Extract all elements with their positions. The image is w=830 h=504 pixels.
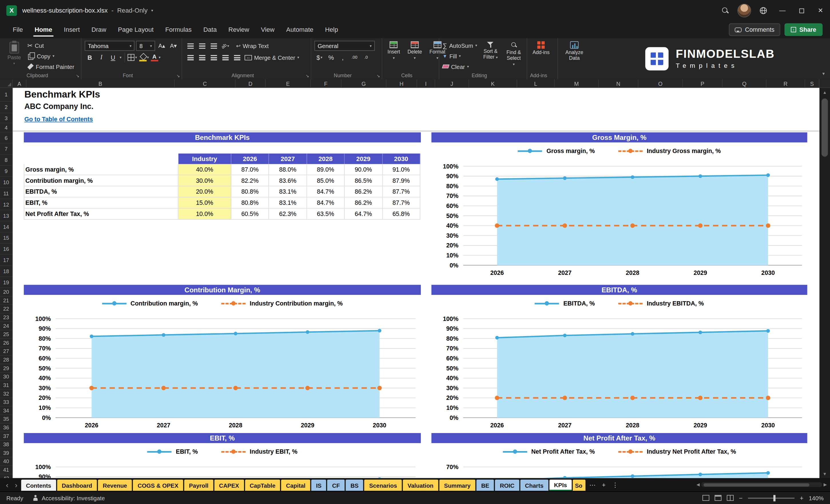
row-header-19[interactable]: 19 [0, 277, 12, 288]
merge-center-button[interactable]: ↔Merge & Center▾ [245, 53, 299, 62]
kpi-row-label[interactable]: Gross margin, % [24, 164, 178, 175]
increase-decimal-button[interactable]: .00 [350, 52, 359, 62]
tab-scroll-left[interactable]: ‹ [3, 480, 11, 489]
increase-indent-button[interactable] [232, 52, 242, 62]
kpi-value-cell[interactable]: 86.2% [345, 197, 382, 209]
currency-format-button[interactable]: $▾ [314, 52, 324, 62]
page-layout-view-button[interactable] [714, 495, 721, 501]
column-header-H[interactable]: H [386, 80, 417, 88]
kpi-row-label[interactable]: Net Profit After Tax, % [24, 209, 178, 220]
accessibility-status[interactable]: Accessibility: Investigate [33, 495, 105, 501]
column-header-S[interactable]: S [805, 80, 820, 88]
borders-button[interactable]: ▾ [127, 52, 137, 62]
new-sheet-button[interactable]: + [599, 481, 608, 488]
menu-view[interactable]: View [256, 23, 280, 37]
align-left-button[interactable] [185, 52, 195, 62]
find-select-button[interactable]: Find & Select ▾ [504, 41, 523, 71]
kpi-industry-cell[interactable]: 40.0% [179, 164, 231, 175]
row-header-24[interactable]: 24 [0, 322, 12, 330]
number-format-select[interactable]: General▾ [314, 41, 375, 51]
column-header-J[interactable]: J [435, 80, 469, 88]
row-header-29[interactable]: 29 [0, 364, 12, 373]
percent-format-button[interactable]: % [326, 52, 336, 62]
kpi-value-cell[interactable]: 62.3% [269, 209, 307, 220]
row-header-39[interactable]: 39 [0, 449, 12, 458]
share-button[interactable]: ↑ Share [785, 23, 823, 36]
addins-button[interactable]: Add-ins [531, 41, 552, 71]
kpi-col-header[interactable]: 2030 [382, 154, 420, 164]
column-header-Q[interactable]: Q [723, 80, 767, 88]
column-header-L[interactable]: L [517, 80, 554, 88]
copy-button[interactable]: Copy▾ [27, 52, 74, 60]
zoom-thumb[interactable] [773, 495, 775, 501]
menu-draw[interactable]: Draw [86, 23, 111, 37]
row-header-21[interactable]: 21 [0, 296, 12, 305]
tab-scroll-right[interactable]: › [12, 480, 20, 489]
row-header-34[interactable]: 34 [0, 406, 12, 415]
kpi-value-cell[interactable]: 88.0% [269, 164, 307, 175]
row-header-31[interactable]: 31 [0, 381, 12, 390]
kpi-col-header[interactable]: 2029 [345, 154, 382, 164]
menu-automate[interactable]: Automate [281, 23, 319, 37]
sheet-tab-cogs-opex[interactable]: COGS & OPEX [133, 480, 183, 491]
kpi-industry-cell[interactable]: 10.0% [179, 209, 231, 220]
menu-review[interactable]: Review [223, 23, 255, 37]
align-center-button[interactable] [197, 52, 207, 62]
sheet-tab-capital[interactable]: Capital [281, 480, 310, 491]
column-header-N[interactable]: N [599, 80, 638, 88]
row-header-2[interactable]: 2 [0, 101, 12, 113]
scroll-down-arrow[interactable]: ▼ [820, 470, 830, 478]
page-break-view-button[interactable] [727, 495, 734, 501]
sheet-tab-is[interactable]: IS [311, 480, 326, 491]
row-header-10[interactable]: 10 [0, 177, 12, 188]
font-color-button[interactable]: A▾ [151, 52, 161, 62]
kpi-value-cell[interactable]: 64.7% [345, 209, 382, 220]
horizontal-scroll-thumb[interactable] [703, 483, 809, 486]
analyze-data-button[interactable]: Analyze Data [561, 41, 588, 71]
more-sheets-button[interactable]: ⋯ [586, 481, 598, 488]
number-dialog-launcher[interactable]: ↘ [376, 73, 380, 78]
kpi-value-cell[interactable]: 65.8% [382, 209, 420, 220]
kpi-row-label[interactable]: EBIT, % [24, 197, 178, 209]
row-header-3[interactable]: 3 [0, 113, 12, 123]
toc-link[interactable]: Go to Table of Contents [24, 116, 93, 122]
column-header-D[interactable]: D [236, 80, 266, 88]
sheet-tab-summary[interactable]: Summary [439, 480, 475, 491]
kpi-value-cell[interactable]: 87.9% [382, 175, 420, 187]
kpi-value-cell[interactable]: 91.0% [382, 164, 420, 175]
zoom-slider[interactable] [748, 497, 795, 499]
fill-color-button[interactable]: ▾ [139, 52, 149, 62]
kpi-value-cell[interactable]: 85.0% [307, 175, 345, 187]
account-avatar[interactable] [735, 0, 754, 21]
row-header-4[interactable]: 4 [0, 123, 12, 132]
row-header-6[interactable]: 6 [0, 132, 12, 144]
kpi-value-cell[interactable]: 86.2% [345, 186, 382, 197]
kpi-value-cell[interactable]: 86.5% [345, 175, 382, 187]
row-header-26[interactable]: 26 [0, 339, 12, 348]
horizontal-scrollbar[interactable]: ◀ ▶ [696, 482, 827, 487]
column-header-C[interactable]: C [175, 80, 236, 88]
chart-contribution-margin[interactable]: Contribution Margin, % Contribution marg… [24, 285, 421, 433]
column-header-R[interactable]: R [767, 80, 805, 88]
underline-button[interactable]: U [108, 52, 118, 62]
sheet-options-kebab[interactable]: ⋮ [609, 481, 621, 488]
italic-button[interactable]: I [96, 52, 106, 62]
font-name-select[interactable]: Tahoma▾ [85, 41, 135, 51]
menu-file[interactable]: File [7, 23, 28, 37]
comments-button[interactable]: Comments [729, 23, 780, 36]
insert-cells-button[interactable]: Insert ▾ [385, 41, 402, 71]
bold-button[interactable]: B [85, 52, 95, 62]
zoom-level[interactable]: 140% [809, 495, 824, 501]
row-header-37[interactable]: 37 [0, 432, 12, 441]
column-header-O[interactable]: O [638, 80, 683, 88]
wrap-text-button[interactable]: ↩Wrap Text [236, 41, 268, 50]
row-header-30[interactable]: 30 [0, 373, 12, 381]
row-header-41[interactable]: 41 [0, 466, 12, 475]
row-header-27[interactable]: 27 [0, 347, 12, 356]
alignment-dialog-launcher[interactable]: ↘ [306, 73, 309, 78]
delete-cells-button[interactable]: Delete ▾ [405, 41, 424, 71]
row-header-12[interactable]: 12 [0, 199, 12, 210]
chart-ebitda[interactable]: EBITDA, % EBITDA, %Industry EBITDA, %0%1… [431, 285, 807, 433]
kpi-col-header[interactable]: 2028 [307, 154, 345, 164]
row-header-11[interactable]: 11 [0, 188, 12, 199]
